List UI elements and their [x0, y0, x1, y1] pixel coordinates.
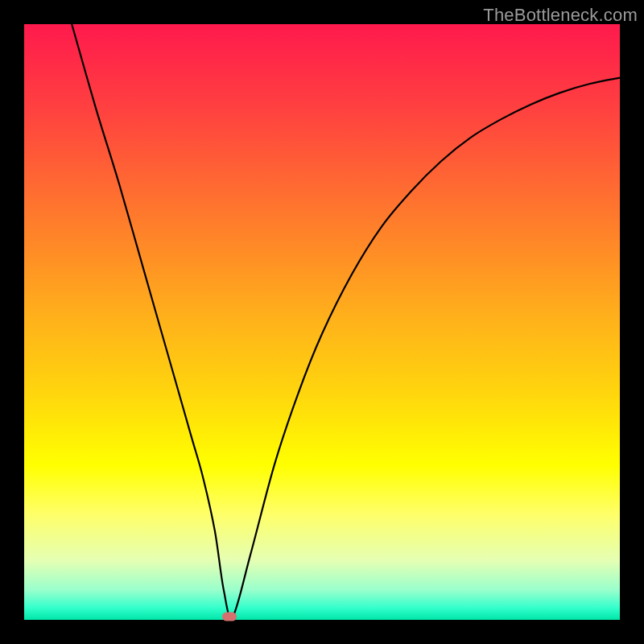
minimum-marker: [222, 613, 237, 621]
chart-frame: TheBottleneck.com: [0, 0, 644, 644]
watermark-text: TheBottleneck.com: [483, 5, 638, 26]
bottleneck-curve: [24, 24, 620, 620]
plot-area: [24, 24, 620, 620]
